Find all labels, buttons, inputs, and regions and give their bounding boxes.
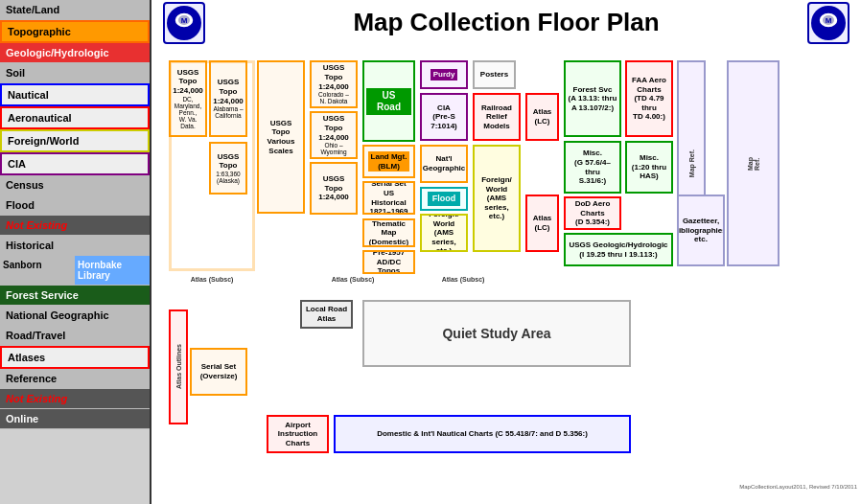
fp-atlas-subsc2-label: Atlas (Subsc): [310, 276, 396, 283]
fp-domestic-nautical: Domestic & Int'l Nautical Charts (C 55.4…: [334, 415, 631, 453]
fp-gazetteer: Gazetteer,Bibliographies,etc.: [677, 195, 725, 266]
sidebar-item-sanborn[interactable]: Sanborn: [0, 256, 75, 285]
logo-left: M: [163, 2, 205, 44]
logo-right-inner: M: [811, 6, 846, 40]
fp-usgs-ohwy: USGSTopo1:24,000 Ohio –Wyoming: [310, 111, 358, 159]
sidebar-item-hornbake[interactable]: Hornbake Library: [75, 256, 150, 285]
sidebar-sanborn-hornbake: Sanborn Hornbake Library: [0, 256, 150, 286]
sidebar-item-reference[interactable]: Reference: [0, 369, 150, 389]
fp-map-reference-big: MapRef.: [727, 60, 780, 266]
fp-serialset-oversize: Serial Set(Oversize): [190, 348, 247, 396]
quiet-study-area: Quiet Study Area: [362, 300, 631, 367]
fp-atlas-subsc-box1: [169, 60, 255, 271]
fp-atlas-subsc1-label: Atlas (Subsc): [169, 276, 255, 283]
svg-text:M: M: [826, 16, 832, 25]
svg-marker-2: [179, 28, 189, 35]
sidebar: State/Land Topographic Geologic/Hydrolog…: [0, 0, 151, 504]
fp-atlas-subsc3-label: Atlas (Subsc): [420, 276, 506, 283]
sidebar-item-online[interactable]: Online: [0, 409, 150, 429]
fp-serialset: Serial SetUS Historical1821–1969: [362, 181, 415, 215]
fp-landmgt: Land Mgt.(BLM): [362, 145, 415, 178]
fp-usgs-geologic: USGS Geologic/Hydrologic(I 19.25 thru I …: [564, 233, 673, 266]
fp-usgs-topo-various2: USGSTopo1:24,000: [310, 162, 358, 215]
sidebar-item-geologic[interactable]: Geologic/Hydrologic: [0, 43, 150, 63]
sidebar-item-nationalgeographic[interactable]: National Geographic: [0, 306, 150, 326]
fp-foreignworld1: Foreign/World(AMS series,etc.): [420, 214, 468, 252]
fp-map-ref-label: MapRef.: [747, 157, 760, 171]
sidebar-item-nautical[interactable]: Nautical: [0, 83, 150, 106]
header: M Map Collection Floor Plan M: [151, 0, 861, 41]
svg-marker-6: [824, 28, 833, 35]
fp-misc1: Misc.(G 57.6/4– thruS.31/6:): [564, 141, 621, 194]
sidebar-item-aeronautical[interactable]: Aeronautical: [0, 106, 150, 129]
fp-usgs-topo-cond: USGSTopoVarious Scales: [257, 60, 305, 214]
fp-railroad: RailroadRelief Models: [473, 93, 521, 141]
fp-local-road-atlas: Local RoadAtlas: [300, 300, 353, 329]
logo-right: M: [807, 2, 849, 44]
sidebar-item-notexisting1[interactable]: Not Existing: [0, 216, 150, 236]
fp-thematic: Thematic Map(Domestic): [362, 218, 415, 247]
fp-forestsvc: Forest Svc(A 13.13: thruA 13.107/2:): [564, 60, 621, 137]
sidebar-item-forestservice[interactable]: Forest Service: [0, 286, 150, 306]
fp-atlas-lc1: Atlas(LC): [525, 93, 559, 141]
fp-atlas-lc2: Atlas(LC): [525, 195, 559, 252]
fp-atlas-outlines: Atlas Outlines: [169, 309, 188, 424]
sidebar-item-roadtravel[interactable]: Road/Travel: [0, 326, 150, 346]
fp-faa-aero: FAA AeroCharts(TD 4.79 thruTD 4.00:): [625, 60, 673, 137]
footer-text: MapCollectionLayout2011, Revised 7/10/20…: [739, 484, 857, 490]
main-area: M Map Collection Floor Plan M USGSTopo1:…: [151, 0, 861, 504]
sidebar-item-atlases[interactable]: Atlases: [0, 346, 150, 369]
svg-text:M: M: [181, 16, 188, 25]
sidebar-item-cia[interactable]: CIA: [0, 152, 150, 175]
fp-flood: Flood: [420, 187, 468, 211]
fp-cia: CIA(Pre-S 7:1014): [420, 93, 468, 141]
fp-foreignworld2: Foreign/World(AMS series,etc.): [473, 145, 521, 252]
fp-dod-aero: DoD AeroCharts(D 5.354:): [564, 196, 621, 230]
sidebar-item-census[interactable]: Census: [0, 175, 150, 195]
fp-pre1957: Pre-1957AD/DC Topos: [362, 250, 415, 274]
fp-usroad: US Road: [362, 60, 415, 142]
fp-usgs-various: USGSTopo1:24,000 Colorado –N. Dakota: [310, 60, 358, 108]
sidebar-item-topographic[interactable]: Topographic: [0, 20, 150, 43]
fp-airport-charts: AirportInstructionCharts: [267, 415, 329, 453]
logo-left-inner: M: [167, 6, 201, 40]
floorplan: USGSTopo1:24,000 DC, Maryland,Penn.,W. V…: [151, 41, 861, 492]
fp-posters: Posters: [473, 60, 516, 89]
sidebar-item-flood[interactable]: Flood: [0, 195, 150, 216]
sidebar-item-stateland[interactable]: State/Land: [0, 0, 150, 20]
fp-natgeo: Nat'lGeographic: [420, 145, 468, 183]
sidebar-item-foreignworld[interactable]: Foreign/World: [0, 129, 150, 152]
sidebar-item-notexisting2[interactable]: Not Existing: [0, 389, 150, 409]
fp-purdy: Purdy: [420, 60, 468, 89]
fp-misc2: Misc.(1:20 thru HAS): [625, 141, 673, 194]
sidebar-item-historical[interactable]: Historical: [0, 236, 150, 256]
page-title: Map Collection Floor Plan: [353, 8, 659, 37]
sidebar-item-soil[interactable]: Soil: [0, 63, 150, 83]
